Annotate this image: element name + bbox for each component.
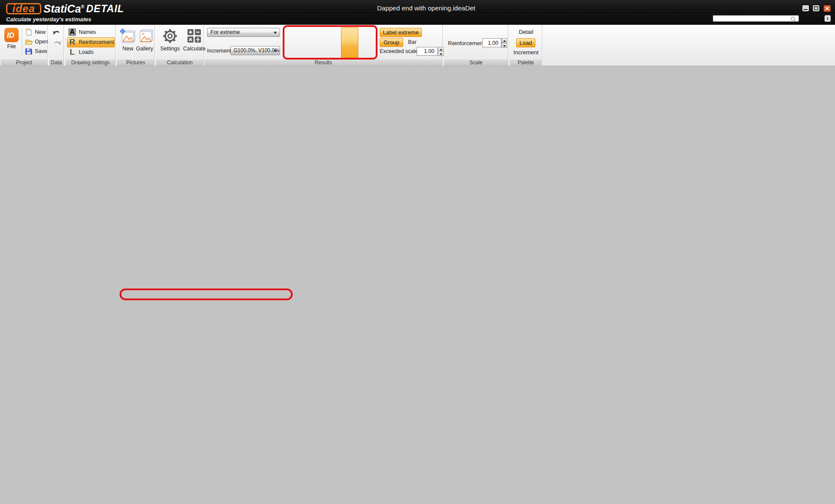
svg-text:ID: ID	[7, 31, 14, 40]
